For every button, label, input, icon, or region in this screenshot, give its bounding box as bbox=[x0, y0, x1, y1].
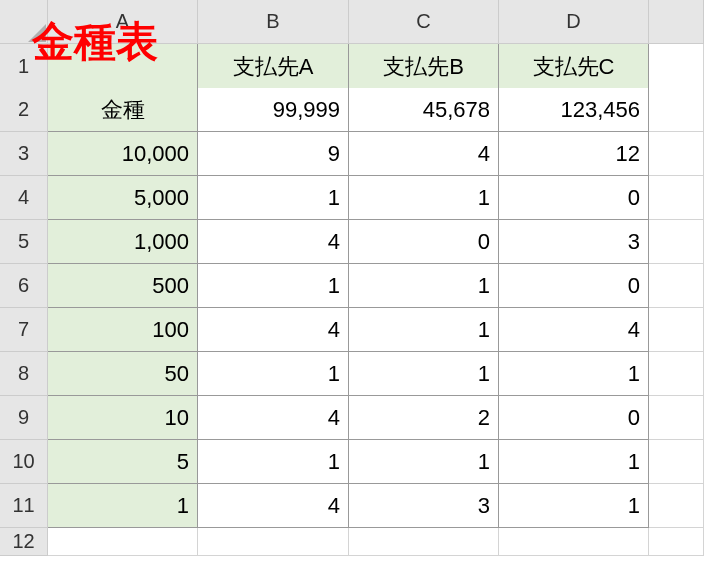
cell-C11[interactable]: 3 bbox=[349, 484, 499, 528]
cell-C9[interactable]: 2 bbox=[349, 396, 499, 440]
cell-E11[interactable] bbox=[649, 484, 704, 528]
cell-C5[interactable]: 0 bbox=[349, 220, 499, 264]
col-header-B[interactable]: B bbox=[198, 0, 349, 44]
cell-A1[interactable] bbox=[48, 44, 198, 90]
cell-C2[interactable]: 45,678 bbox=[349, 88, 499, 132]
cell-E10[interactable] bbox=[649, 440, 704, 484]
cell-E7[interactable] bbox=[649, 308, 704, 352]
cell-E3[interactable] bbox=[649, 132, 704, 176]
cell-C7[interactable]: 1 bbox=[349, 308, 499, 352]
row-header-6[interactable]: 6 bbox=[0, 264, 48, 308]
cell-B9[interactable]: 4 bbox=[198, 396, 349, 440]
cell-A11[interactable]: 1 bbox=[48, 484, 198, 528]
cell-B6[interactable]: 1 bbox=[198, 264, 349, 308]
cell-C1[interactable]: 支払先B bbox=[349, 44, 499, 90]
row-header-12[interactable]: 12 bbox=[0, 528, 48, 556]
row-header-9[interactable]: 9 bbox=[0, 396, 48, 440]
cell-E12[interactable] bbox=[649, 528, 704, 556]
cell-B4[interactable]: 1 bbox=[198, 176, 349, 220]
row-header-4[interactable]: 4 bbox=[0, 176, 48, 220]
cell-A9[interactable]: 10 bbox=[48, 396, 198, 440]
cell-A4[interactable]: 5,000 bbox=[48, 176, 198, 220]
cell-B8[interactable]: 1 bbox=[198, 352, 349, 396]
cell-D9[interactable]: 0 bbox=[499, 396, 649, 440]
cell-B10[interactable]: 1 bbox=[198, 440, 349, 484]
cell-A2[interactable]: 金種 bbox=[48, 88, 198, 132]
row-header-11[interactable]: 11 bbox=[0, 484, 48, 528]
cell-A12[interactable] bbox=[48, 528, 198, 556]
cell-B1[interactable]: 支払先A bbox=[198, 44, 349, 90]
cell-D7[interactable]: 4 bbox=[499, 308, 649, 352]
cell-B12[interactable] bbox=[198, 528, 349, 556]
cell-B5[interactable]: 4 bbox=[198, 220, 349, 264]
row-header-7[interactable]: 7 bbox=[0, 308, 48, 352]
col-header-D[interactable]: D bbox=[499, 0, 649, 44]
select-all-triangle-icon bbox=[28, 24, 46, 42]
cell-E1[interactable] bbox=[649, 44, 704, 90]
cell-C12[interactable] bbox=[349, 528, 499, 556]
cell-B7[interactable]: 4 bbox=[198, 308, 349, 352]
cell-E9[interactable] bbox=[649, 396, 704, 440]
row-header-1[interactable]: 1 bbox=[0, 44, 48, 90]
cell-D12[interactable] bbox=[499, 528, 649, 556]
svg-marker-0 bbox=[28, 24, 46, 42]
row-header-3[interactable]: 3 bbox=[0, 132, 48, 176]
cell-D4[interactable]: 0 bbox=[499, 176, 649, 220]
cell-C3[interactable]: 4 bbox=[349, 132, 499, 176]
cell-C10[interactable]: 1 bbox=[349, 440, 499, 484]
spreadsheet-grid: A B C D 1 支払先A 支払先B 支払先C 2 金種 99,999 45,… bbox=[0, 0, 704, 572]
cell-D11[interactable]: 1 bbox=[499, 484, 649, 528]
cell-A3[interactable]: 10,000 bbox=[48, 132, 198, 176]
cell-C8[interactable]: 1 bbox=[349, 352, 499, 396]
cell-D1[interactable]: 支払先C bbox=[499, 44, 649, 90]
cell-A8[interactable]: 50 bbox=[48, 352, 198, 396]
cell-E5[interactable] bbox=[649, 220, 704, 264]
cell-D2[interactable]: 123,456 bbox=[499, 88, 649, 132]
cell-D8[interactable]: 1 bbox=[499, 352, 649, 396]
row-header-5[interactable]: 5 bbox=[0, 220, 48, 264]
row-header-2[interactable]: 2 bbox=[0, 88, 48, 132]
cell-D10[interactable]: 1 bbox=[499, 440, 649, 484]
cell-D3[interactable]: 12 bbox=[499, 132, 649, 176]
cell-C4[interactable]: 1 bbox=[349, 176, 499, 220]
col-header-A[interactable]: A bbox=[48, 0, 198, 44]
cell-A6[interactable]: 500 bbox=[48, 264, 198, 308]
cell-D5[interactable]: 3 bbox=[499, 220, 649, 264]
cell-B11[interactable]: 4 bbox=[198, 484, 349, 528]
cell-A5[interactable]: 1,000 bbox=[48, 220, 198, 264]
row-header-10[interactable]: 10 bbox=[0, 440, 48, 484]
cell-B2[interactable]: 99,999 bbox=[198, 88, 349, 132]
select-all-corner[interactable] bbox=[0, 0, 48, 44]
cell-C6[interactable]: 1 bbox=[349, 264, 499, 308]
col-header-blank[interactable] bbox=[649, 0, 704, 44]
cell-D6[interactable]: 0 bbox=[499, 264, 649, 308]
row-header-8[interactable]: 8 bbox=[0, 352, 48, 396]
cell-E4[interactable] bbox=[649, 176, 704, 220]
cell-B3[interactable]: 9 bbox=[198, 132, 349, 176]
cell-A10[interactable]: 5 bbox=[48, 440, 198, 484]
cell-E6[interactable] bbox=[649, 264, 704, 308]
col-header-C[interactable]: C bbox=[349, 0, 499, 44]
cell-A7[interactable]: 100 bbox=[48, 308, 198, 352]
cell-E2[interactable] bbox=[649, 88, 704, 132]
cell-E8[interactable] bbox=[649, 352, 704, 396]
